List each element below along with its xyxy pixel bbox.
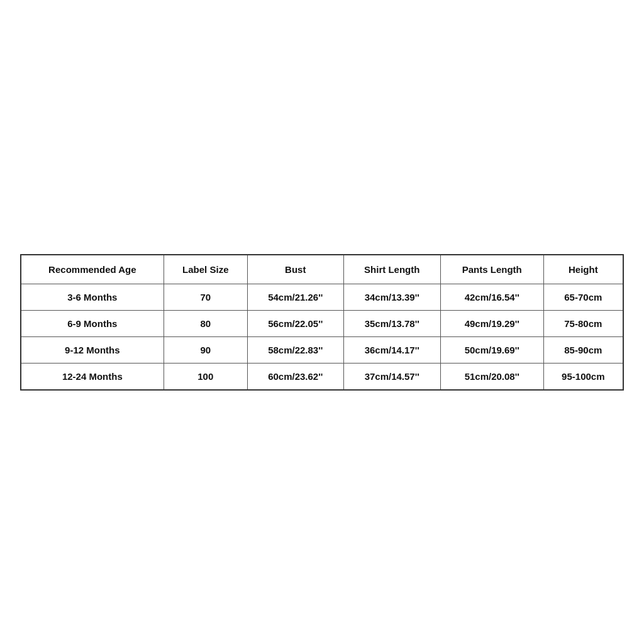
cell-shirt-length: 36cm/14.17'' [343, 336, 440, 363]
header-label-size: Label Size [164, 255, 247, 284]
header-recommended-age: Recommended Age [21, 255, 164, 284]
table-row: 6-9 Months8056cm/22.05''35cm/13.78''49cm… [21, 310, 623, 336]
cell-age: 9-12 Months [21, 336, 164, 363]
cell-label-size: 70 [164, 284, 247, 310]
cell-shirt-length: 35cm/13.78'' [343, 310, 440, 336]
cell-age: 6-9 Months [21, 310, 164, 336]
cell-height: 65-70cm [543, 284, 623, 310]
cell-bust: 54cm/21.26'' [247, 284, 343, 310]
header-pants-length: Pants Length [440, 255, 543, 284]
cell-age: 3-6 Months [21, 284, 164, 310]
cell-pants-length: 49cm/19.29'' [440, 310, 543, 336]
cell-height: 85-90cm [543, 336, 623, 363]
cell-pants-length: 42cm/16.54'' [440, 284, 543, 310]
cell-bust: 60cm/23.62'' [247, 363, 343, 390]
table-row: 12-24 Months10060cm/23.62''37cm/14.57''5… [21, 363, 623, 390]
header-bust: Bust [247, 255, 343, 284]
table-row: 3-6 Months7054cm/21.26''34cm/13.39''42cm… [21, 284, 623, 310]
cell-age: 12-24 Months [21, 363, 164, 390]
cell-height: 95-100cm [543, 363, 623, 390]
header-shirt-length: Shirt Length [343, 255, 440, 284]
size-chart-container: Recommended Age Label Size Bust Shirt Le… [20, 254, 624, 391]
cell-bust: 56cm/22.05'' [247, 310, 343, 336]
cell-pants-length: 50cm/19.69'' [440, 336, 543, 363]
cell-label-size: 90 [164, 336, 247, 363]
cell-label-size: 100 [164, 363, 247, 390]
table-header-row: Recommended Age Label Size Bust Shirt Le… [21, 255, 623, 284]
cell-shirt-length: 37cm/14.57'' [343, 363, 440, 390]
cell-height: 75-80cm [543, 310, 623, 336]
table-row: 9-12 Months9058cm/22.83''36cm/14.17''50c… [21, 336, 623, 363]
header-height: Height [543, 255, 623, 284]
cell-label-size: 80 [164, 310, 247, 336]
size-chart-table: Recommended Age Label Size Bust Shirt Le… [20, 254, 624, 391]
cell-bust: 58cm/22.83'' [247, 336, 343, 363]
cell-pants-length: 51cm/20.08'' [440, 363, 543, 390]
cell-shirt-length: 34cm/13.39'' [343, 284, 440, 310]
